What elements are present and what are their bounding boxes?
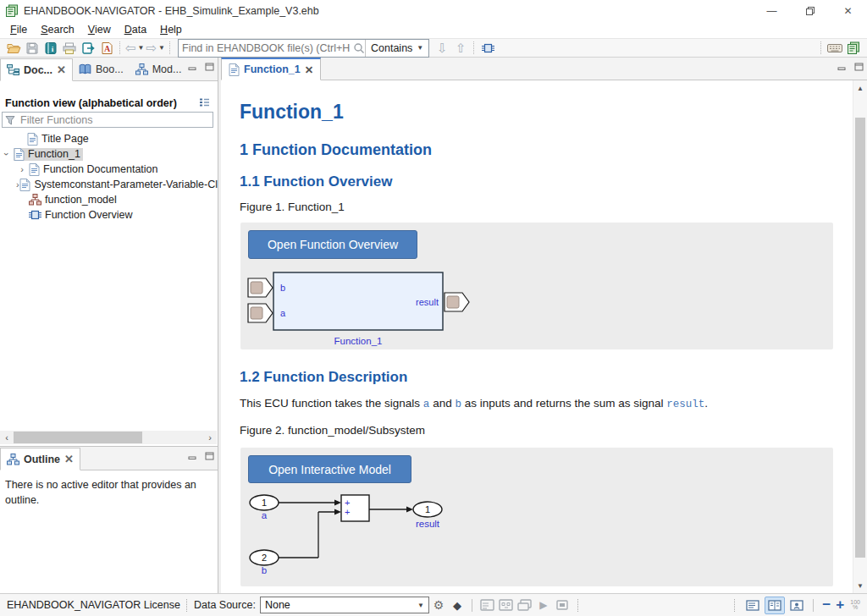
- main-toolbar: i A ⇦▼ ⇨▼: [0, 38, 867, 58]
- view-menu-icon[interactable]: [199, 97, 210, 107]
- tree-item-function-1[interactable]: › Function_1: [0, 146, 218, 162]
- document-icon: [14, 148, 25, 161]
- menu-help[interactable]: Help: [153, 23, 189, 37]
- expander-open-icon[interactable]: ›: [2, 147, 12, 161]
- shortcuts-button[interactable]: [826, 40, 843, 57]
- instrument-view-toggle[interactable]: [787, 597, 807, 614]
- section-heading: 1 Function Documentation: [240, 141, 432, 159]
- left-panel-tabbar: Doc... ✕ Boo... Mod...: [0, 58, 218, 81]
- minimize-panel-button[interactable]: [187, 62, 197, 71]
- expander-closed-icon[interactable]: ›: [15, 164, 29, 174]
- tab-models[interactable]: Mod...: [130, 58, 188, 80]
- restore-window-button[interactable]: [791, 0, 829, 21]
- single-view-toggle[interactable]: [743, 597, 763, 614]
- minimize-panel-button[interactable]: [187, 451, 197, 460]
- figure1-panel: Open Function Overview b a result: [240, 223, 833, 349]
- split-view-toggle[interactable]: [765, 597, 785, 614]
- forward-button[interactable]: ⇨▼: [146, 40, 166, 57]
- export-button[interactable]: [80, 40, 97, 57]
- editor-tab-function-1[interactable]: Function_1 ✕: [221, 58, 321, 80]
- handbook-info-button[interactable]: i: [42, 40, 59, 57]
- close-icon[interactable]: ✕: [57, 64, 66, 75]
- menu-view[interactable]: View: [81, 23, 118, 37]
- zoom-in-button[interactable]: +: [833, 597, 847, 613]
- menu-search[interactable]: Search: [34, 23, 81, 37]
- scroll-up-icon[interactable]: ▲: [853, 82, 867, 94]
- stop-measurement-button[interactable]: [554, 597, 571, 613]
- svg-text:1: 1: [262, 498, 267, 508]
- export-pdf-button[interactable]: A: [98, 40, 115, 57]
- menu-file[interactable]: File: [3, 23, 34, 37]
- tree-item-title-page[interactable]: Title Page: [0, 131, 218, 146]
- outline-icon: [7, 454, 19, 465]
- window-title: EHANDBOOK-NAVIGATOR - EHB_Simulink_Examp…: [24, 5, 319, 17]
- minimize-window-button[interactable]: —: [753, 0, 791, 21]
- print-button[interactable]: [61, 40, 78, 57]
- split-view-icon: [768, 600, 781, 611]
- open-folder-icon: [7, 42, 21, 54]
- toolbar-separator: [820, 41, 822, 54]
- figure-caption: Figure 1. Function_1: [240, 201, 345, 213]
- save-button[interactable]: [24, 40, 41, 57]
- data-source-dropdown[interactable]: None ▼: [260, 597, 429, 613]
- horizontal-scrollbar[interactable]: ‹ ›: [0, 431, 217, 444]
- close-icon[interactable]: ✕: [305, 63, 313, 76]
- scroll-down-icon[interactable]: ▼: [853, 580, 867, 591]
- pdf-icon: A: [102, 42, 113, 54]
- data-settings-button[interactable]: ⚙: [430, 597, 447, 613]
- maximize-panel-button[interactable]: [853, 62, 864, 71]
- back-button[interactable]: ⇦▼: [125, 40, 145, 57]
- tab-doc[interactable]: Doc... ✕: [0, 58, 73, 81]
- forward-dropdown-icon: ▼: [158, 44, 165, 52]
- zoom-out-button[interactable]: −: [820, 597, 833, 613]
- tree-item-function-documentation[interactable]: › Function Documentation: [0, 162, 218, 177]
- scrollbar-thumb[interactable]: [14, 432, 142, 443]
- panel-controls: [187, 62, 214, 71]
- tree-item-function-overview[interactable]: Function Overview: [0, 207, 218, 223]
- start-measurement-button[interactable]: ▶: [535, 597, 552, 613]
- maximize-panel-button[interactable]: [204, 451, 214, 460]
- search-mode-dropdown[interactable]: Contains ▼: [365, 40, 428, 57]
- open-function-overview-button[interactable]: Open Function Overview: [248, 230, 417, 259]
- ehandbook-button[interactable]: [845, 40, 862, 57]
- function-overview-toolbar-button[interactable]: [479, 40, 496, 57]
- status-separator: [813, 599, 815, 612]
- tree-item-function-model[interactable]: function_model: [0, 192, 218, 207]
- print-icon: [63, 42, 76, 54]
- calibration-data-button[interactable]: ◆: [449, 597, 466, 613]
- experiment-view-2-button[interactable]: [498, 597, 515, 613]
- zoom-100-indicator[interactable]: 100 %: [850, 600, 860, 610]
- open-interactive-model-button[interactable]: Open Interactive Model: [248, 455, 411, 483]
- doc-tree-icon: [7, 64, 19, 76]
- scroll-left-icon[interactable]: ‹: [0, 431, 14, 444]
- tab-outline[interactable]: Outline ✕: [0, 448, 80, 470]
- experiment-view-1-button[interactable]: [479, 597, 496, 613]
- menu-data[interactable]: Data: [118, 23, 153, 37]
- description-paragraph: This ECU function takes the signals a an…: [240, 397, 708, 410]
- experiment-view-3-button[interactable]: [516, 597, 533, 613]
- filter-functions-input[interactable]: [19, 113, 210, 127]
- vertical-scrollbar[interactable]: ▲ ▼: [853, 80, 867, 593]
- status-separator: [186, 599, 188, 612]
- open-file-button[interactable]: [5, 40, 22, 57]
- close-icon[interactable]: ✕: [64, 454, 74, 465]
- button-label: Open Interactive Model: [268, 463, 391, 476]
- scroll-right-icon[interactable]: ›: [203, 431, 217, 444]
- simulink-model-diagram[interactable]: 1 a 2 b + + 1 result: [240, 487, 833, 585]
- find-next-button[interactable]: ⇩: [434, 40, 450, 57]
- document-icon: [27, 133, 38, 146]
- ehandbook-icon: [847, 41, 860, 55]
- tab-bookmarks[interactable]: Boo...: [73, 58, 130, 80]
- svg-text:a: a: [280, 308, 286, 318]
- tree-item-systemconstant[interactable]: › Systemconstant-Parameter-Variable-Cl: [0, 177, 218, 192]
- maximize-panel-button[interactable]: [204, 62, 214, 71]
- scrollbar-thumb[interactable]: [855, 118, 865, 558]
- find-previous-button[interactable]: ⇧: [452, 40, 469, 57]
- find-input[interactable]: [179, 41, 353, 55]
- function-block-diagram[interactable]: b a result Function_1: [240, 263, 833, 348]
- close-window-button[interactable]: ✕: [829, 0, 867, 21]
- status-separator: [577, 599, 579, 612]
- minimize-panel-button[interactable]: [837, 62, 847, 71]
- filter-icon: [5, 115, 15, 125]
- svg-text:b: b: [262, 565, 267, 575]
